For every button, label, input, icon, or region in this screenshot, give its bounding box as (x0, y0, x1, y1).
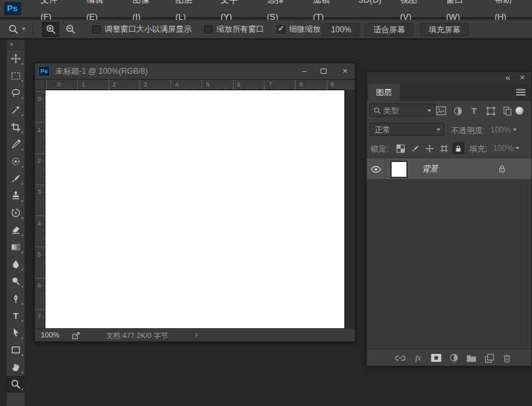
horizontal-ruler[interactable]: 0 1 2 3 4 5 6 7 8 9 (45, 80, 355, 90)
layer-thumbnail[interactable] (390, 161, 408, 178)
blend-mode-select[interactable]: 正常 (369, 123, 444, 136)
zoom-level-button[interactable]: 100% (323, 23, 359, 36)
zoom-tool-preset[interactable] (8, 20, 26, 38)
filter-shape-layers-button[interactable] (485, 105, 496, 117)
history-brush-tool[interactable] (7, 204, 25, 221)
link-layers-button[interactable] (394, 353, 406, 363)
resize-windows-option[interactable]: 调整窗口大小以满屏显示 (92, 20, 192, 38)
photoshop-logo: Ps (4, 2, 21, 15)
layer-name[interactable]: 背景 (422, 158, 438, 180)
fill-value[interactable]: 100% (493, 144, 514, 153)
minimize-button[interactable]: – (294, 63, 314, 79)
collapse-panel-icon[interactable]: « (506, 72, 510, 83)
filter-type-layers-button[interactable]: T (468, 105, 480, 117)
status-document-size[interactable]: 文档:477.2K/0 字节 (106, 331, 168, 341)
panel-dock-bar: « × (367, 72, 531, 84)
layers-list-empty-area[interactable] (367, 180, 531, 349)
status-zoom-level[interactable]: 100% (41, 331, 59, 339)
zoom-all-windows-checkbox[interactable] (204, 25, 213, 34)
checkmark-icon: ✓ (278, 24, 284, 33)
path-selection-tool[interactable] (7, 324, 25, 341)
layer-row-background[interactable]: 背景 (367, 158, 531, 180)
tab-layers[interactable]: 图层 (368, 84, 400, 101)
fit-screen-button[interactable]: 适合屏幕 (365, 23, 413, 36)
lock-all-button[interactable] (452, 142, 464, 154)
new-layer-button[interactable] (483, 353, 495, 363)
layer-style-button[interactable]: fx (412, 353, 424, 363)
lock-icon (454, 144, 462, 153)
panel-menu-icon[interactable] (516, 88, 526, 96)
add-layer-mask-button[interactable] (430, 353, 442, 363)
filter-pixel-layers-button[interactable] (435, 105, 447, 117)
filter-adjustment-layers-button[interactable] (452, 105, 464, 117)
delete-layer-button[interactable] (501, 353, 513, 363)
new-layer-icon (485, 353, 494, 363)
gradient-tool[interactable] (7, 239, 25, 256)
rectangular-marquee-tool[interactable] (7, 67, 25, 84)
ruler-number: 1 (38, 127, 41, 133)
new-adjustment-layer-button[interactable] (448, 353, 460, 363)
brush-tool[interactable] (7, 170, 25, 187)
pen-tool[interactable] (7, 290, 25, 307)
chevron-down-icon[interactable] (516, 147, 519, 150)
ruler-number: 9 (331, 81, 334, 88)
zoom-all-windows-option[interactable]: 缩放所有窗口 (204, 20, 264, 38)
type-tool-icon: T (13, 312, 18, 320)
eraser-tool[interactable] (7, 221, 25, 239)
type-tool[interactable]: T (7, 307, 25, 324)
move-tool[interactable] (7, 50, 25, 67)
fill-screen-button[interactable]: 填充屏幕 (420, 23, 469, 36)
filter-smart-objects-button[interactable] (501, 105, 513, 117)
lock-transparent-pixels-button[interactable] (394, 142, 406, 154)
ruler-number: 7 (38, 313, 41, 320)
vertical-ruler[interactable]: 0 1 2 3 4 5 6 7 (35, 90, 45, 328)
chevron-down-icon (22, 28, 26, 30)
filter-type-select[interactable]: 类型 (369, 103, 435, 117)
document-title-bar[interactable]: Ps 未标题-1 @ 100%(RGB/8) – × (35, 63, 355, 80)
clone-stamp-tool[interactable] (7, 187, 25, 204)
chevron-down-icon[interactable] (513, 129, 517, 131)
zoom-tool[interactable] (7, 376, 25, 393)
blur-tool[interactable] (7, 256, 25, 273)
zoom-in-button[interactable] (42, 22, 59, 37)
image-icon (436, 106, 446, 115)
canvas[interactable] (45, 90, 344, 328)
ruler-origin-corner[interactable] (35, 80, 45, 90)
zoom-tool-icon (8, 24, 19, 35)
ruler-number: 6 (237, 81, 240, 88)
lock-image-pixels-button[interactable] (409, 142, 421, 154)
filter-toggle-icon[interactable] (516, 107, 523, 115)
shape-icon (486, 106, 496, 116)
ruler-number: 3 (38, 188, 41, 195)
options-bar: 调整窗口大小以满屏显示 缩放所有窗口 ✓ 细微缩放 100% 适合屏幕 填充屏幕 (0, 20, 532, 40)
spot-healing-brush-tool[interactable] (7, 153, 25, 170)
close-button[interactable]: × (335, 63, 355, 79)
hand-tool[interactable] (7, 359, 25, 376)
layer-lock-icon[interactable] (498, 164, 506, 173)
new-group-button[interactable] (466, 353, 477, 363)
opacity-value[interactable]: 100% (491, 125, 511, 134)
maximize-button[interactable] (314, 63, 334, 79)
scrubby-zoom-option[interactable]: ✓ 细微缩放 (277, 20, 321, 38)
status-expand-chevron[interactable]: › (195, 330, 198, 339)
trash-icon (502, 353, 512, 363)
share-export-icon[interactable] (72, 332, 80, 340)
tools-panel: » T (7, 40, 25, 406)
lock-position-button[interactable] (423, 142, 435, 154)
ruler-number: 0 (57, 81, 61, 88)
resize-windows-checkbox[interactable] (92, 25, 101, 34)
crop-tool[interactable] (7, 119, 25, 136)
dodge-tool[interactable] (7, 273, 25, 290)
crop-icon (11, 122, 21, 132)
smart-object-icon (502, 106, 512, 116)
rectangle-tool[interactable] (7, 341, 25, 359)
lock-artboard-button[interactable] (438, 142, 450, 154)
close-panel-icon[interactable]: × (519, 72, 525, 83)
magic-wand-tool[interactable] (7, 102, 25, 119)
lasso-tool[interactable] (7, 84, 25, 102)
scrubby-zoom-checkbox[interactable]: ✓ (277, 25, 285, 34)
zoom-out-button[interactable] (62, 22, 79, 37)
layer-visibility-toggle[interactable] (367, 158, 385, 181)
toolbar-collapse-button[interactable]: » (7, 40, 24, 50)
eyedropper-tool[interactable] (7, 136, 25, 153)
